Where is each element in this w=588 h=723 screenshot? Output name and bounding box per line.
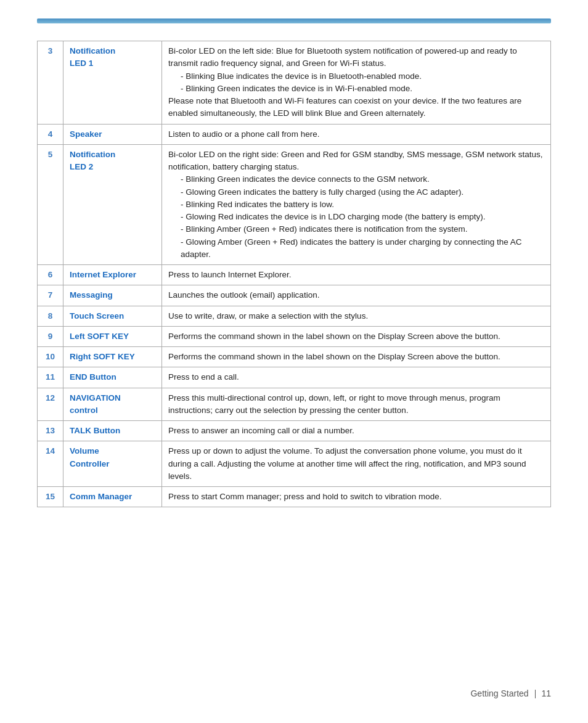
row-num: 4 [38,124,63,144]
table-row: 10 Right SOFT KEY Performs the command s… [38,347,551,367]
page-container: 3 NotificationLED 1 Bi-color LED on the … [0,0,588,557]
table-row: 3 NotificationLED 1 Bi-color LED on the … [38,41,551,125]
row-num: 13 [38,421,63,441]
row-num: 15 [38,487,63,507]
row-label: Right SOFT KEY [63,347,162,367]
table-row: 6 Internet Explorer Press to launch Inte… [38,265,551,285]
table-row: 11 END Button Press to end a call. [38,367,551,388]
row-label: Touch Screen [63,306,162,326]
row-desc: Press up or down to adjust the volume. T… [162,441,551,487]
row-label: Comm Manager [63,487,162,507]
table-row: 15 Comm Manager Press to start Comm mana… [38,487,551,507]
row-label: VolumeController [63,441,162,487]
table-row: 8 Touch Screen Use to write, draw, or ma… [38,306,551,326]
row-num: 7 [38,285,63,306]
row-desc: Performs the command shown in the label … [162,326,551,346]
table-row: 9 Left SOFT KEY Performs the command sho… [38,326,551,346]
row-desc: Bi-color LED on the right side: Green an… [162,144,551,264]
row-desc: Press to answer an incoming call or dial… [162,421,551,441]
row-desc: Bi-color LED on the left side: Blue for … [162,41,551,125]
features-table: 3 NotificationLED 1 Bi-color LED on the … [37,41,551,507]
page-footer: Getting Started 11 [470,688,551,698]
row-num: 5 [38,144,63,264]
top-bar [37,18,551,23]
row-label: NotificationLED 2 [63,144,162,264]
row-desc: Press to launch Internet Explorer. [162,265,551,285]
row-label: Messaging [63,285,162,306]
row-num: 3 [38,41,63,125]
table-row: 7 Messaging Launches the outlook (email)… [38,285,551,306]
row-num: 12 [38,388,63,421]
table-row: 5 NotificationLED 2 Bi-color LED on the … [38,144,551,264]
table-row: 12 NAVIGATIONcontrol Press this multi-di… [38,388,551,421]
row-desc: Listen to audio or a phone call from her… [162,124,551,144]
row-num: 10 [38,347,63,367]
row-num: 9 [38,326,63,346]
table-row: 14 VolumeController Press up or down to … [38,441,551,487]
row-desc: Press to end a call. [162,367,551,388]
footer-divider [535,690,536,698]
row-label: Speaker [63,124,162,144]
row-desc: Use to write, draw, or make a selection … [162,306,551,326]
row-label: NotificationLED 1 [63,41,162,125]
row-num: 14 [38,441,63,487]
row-label: TALK Button [63,421,162,441]
row-num: 8 [38,306,63,326]
row-desc: Press to start Comm manager; press and h… [162,487,551,507]
footer-section: Getting Started [470,688,528,698]
row-label: Internet Explorer [63,265,162,285]
row-desc: Launches the outlook (email) application… [162,285,551,306]
row-num: 11 [38,367,63,388]
row-desc: Performs the command shown in the label … [162,347,551,367]
row-label: NAVIGATIONcontrol [63,388,162,421]
table-row: 13 TALK Button Press to answer an incomi… [38,421,551,441]
row-desc: Press this multi-directional control up,… [162,388,551,421]
footer-page: 11 [541,688,551,698]
row-label: Left SOFT KEY [63,326,162,346]
row-label: END Button [63,367,162,388]
table-row: 4 Speaker Listen to audio or a phone cal… [38,124,551,144]
row-num: 6 [38,265,63,285]
